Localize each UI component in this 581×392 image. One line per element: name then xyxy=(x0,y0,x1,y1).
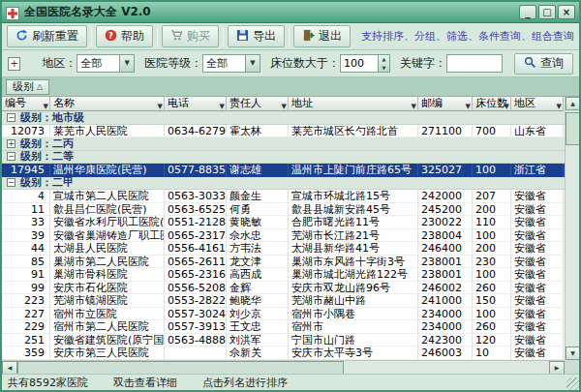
scroll-up-icon[interactable]: ▲ xyxy=(566,97,580,110)
vertical-scroll-thumb[interactable] xyxy=(566,112,580,145)
table-cell: 100 xyxy=(473,229,511,243)
table-row[interactable]: 17945温州华康医院(民营)0577-88358333 88谢志雄温州市上陡门… xyxy=(2,164,565,177)
table-cell: 100 xyxy=(473,308,511,321)
exit-button[interactable]: 退出 xyxy=(293,25,351,47)
help-button[interactable]: ? 帮助 xyxy=(96,25,153,47)
table-row[interactable]: 33安徽省水利厅职工医院(原水0551-2128575 590黄晓敏合肥市曙光路… xyxy=(2,216,565,229)
table-row[interactable]: 227宿州市立医院0557-3024107刘少京宿州市小隅巷234000100安… xyxy=(2,308,565,321)
keyword-label: 关键字： xyxy=(400,55,446,72)
beds-input[interactable] xyxy=(340,54,379,73)
promo-text: 支持排序、分组、筛选、条件查询、组合查询、导出... xyxy=(361,29,575,44)
toolbar: 刷新重置 ? 帮助 购买 导出 退出 支持排序、分组、筛选、条件查询、组合查询、… xyxy=(2,23,579,50)
column-header-7[interactable]: 地区▼ xyxy=(511,97,564,111)
scroll-down-icon[interactable]: ▼ xyxy=(566,347,580,360)
cart-icon xyxy=(170,29,183,45)
table-row[interactable]: 229宿州市第二人民医院0557-3913615王文忠宿州市234000260安… xyxy=(2,320,565,334)
resize-grip[interactable] xyxy=(566,377,579,390)
region-select[interactable]: 全部 ▼ xyxy=(76,54,135,73)
collapse-icon[interactable]: − xyxy=(7,113,15,122)
table-cell: 安庆市第三人民医院 xyxy=(50,347,165,360)
table-cell: 10 xyxy=(473,347,511,360)
beds-spinner[interactable]: ▲ ▼ xyxy=(379,54,390,73)
column-header-2[interactable]: 电话▼ xyxy=(165,97,227,111)
table-cell: 太湖县新华路41号 xyxy=(289,242,418,256)
expand-icon[interactable]: + xyxy=(7,139,15,148)
column-header-1[interactable]: 名称▼ xyxy=(50,97,165,111)
filter-icon[interactable]: ▼ xyxy=(466,100,471,111)
grid-header: 编号▼名称▼电话▼责任人▼地址▼邮编▼床位数▼地区▼ xyxy=(2,97,565,111)
table-row[interactable]: 91巢湖市骨科医院0565-2316222 60高西成巢湖市城北湖光路122号2… xyxy=(2,268,565,282)
collapse-icon[interactable]: − xyxy=(7,178,15,187)
table-cell: 谢志雄 xyxy=(227,164,289,177)
refresh-reset-button[interactable]: 刷新重置 xyxy=(7,25,87,47)
maximize-button[interactable]: □ xyxy=(538,5,556,19)
spin-down-icon[interactable]: ▼ xyxy=(379,64,389,73)
table-row[interactable]: 99安庆市石化医院0556-5208742金辉安庆市双龙山路96号2460022… xyxy=(2,282,565,295)
column-header-6[interactable]: 床位数▼ xyxy=(473,97,511,111)
keyword-input[interactable] xyxy=(446,54,503,73)
filter-icon[interactable]: ▼ xyxy=(158,100,163,111)
table-cell: 霍太林 xyxy=(227,125,289,138)
filter-icon[interactable]: ▼ xyxy=(412,100,416,111)
table-cell: 4 xyxy=(2,190,50,203)
table-cell: 260 xyxy=(473,282,511,295)
table-row[interactable]: 4宣城市第二人民医院0563-3033500颜金生宣城市环城北路15号24200… xyxy=(2,190,565,203)
minimize-button[interactable]: _ xyxy=(519,5,536,19)
filter-icon[interactable]: ▼ xyxy=(282,100,287,111)
column-header-label: 地址 xyxy=(291,97,313,109)
chevron-down-icon[interactable]: ▼ xyxy=(245,55,260,72)
vertical-scrollbar[interactable]: ▲ ▼ xyxy=(565,97,579,360)
table-cell: 238001 xyxy=(418,268,473,282)
table-cell: 0577-88358333 88 xyxy=(165,164,227,177)
group-row[interactable]: −级别：二甲 xyxy=(2,177,565,191)
help-icon: ? xyxy=(105,29,117,45)
table-cell: 0551-2128575 590 xyxy=(165,216,227,229)
table-row[interactable]: 85巢湖市第二人民医院0565-2611311 261龙文津巢湖市东风路十字街3… xyxy=(2,256,565,269)
scroll-left-icon[interactable]: ◀ xyxy=(2,361,17,375)
spin-up-icon[interactable]: ▲ xyxy=(379,55,389,64)
scroll-right-icon[interactable]: ▶ xyxy=(549,361,565,375)
titlebar[interactable]: 全国医院名录大全 V2.0 _ □ × xyxy=(2,2,579,23)
table-cell: 安徽省 xyxy=(511,216,564,229)
export-button[interactable]: 导出 xyxy=(228,25,285,47)
filter-icon[interactable]: ▼ xyxy=(557,100,562,111)
table-row[interactable]: 359安庆市第三人民医院佘新关安庆市太平寺3号24600310安徽省 xyxy=(2,347,565,360)
status-hint-detail: 双击查看详细 xyxy=(113,376,177,390)
chevron-down-icon[interactable]: ▼ xyxy=(119,55,134,72)
table-cell: 莱芜市城区长勺路北首 xyxy=(289,125,418,138)
close-button[interactable]: × xyxy=(558,5,575,19)
refresh-reset-label: 刷新重置 xyxy=(32,28,78,45)
table-row[interactable]: 251安徽省建筑医院(原宁国水泥0563-4888859 488刘洪军宁国市山门… xyxy=(2,334,565,347)
group-row[interactable]: −级别：二等 xyxy=(2,151,565,165)
horizontal-scrollbar[interactable]: ◀ ▶ xyxy=(2,360,565,374)
table-row[interactable]: 39安徽省巢湖铸造厂职工医院0565-2317032 331佘水忠芜湖市长江路2… xyxy=(2,229,565,243)
table-cell: 91 xyxy=(2,268,50,282)
table-row[interactable]: 11歙县昌仁医院(民营)0563-6525083 652何勇歙县县城新安路45号… xyxy=(2,203,565,217)
table-row[interactable]: 12073莱芜市人民医院0634-6279088霍太林莱芜市城区长勺路北首271… xyxy=(2,125,565,138)
collapse-icon[interactable]: − xyxy=(7,152,15,161)
table-row[interactable]: 44太湖县人民医院0556-4161943方韦法太湖县新华路41号2464002… xyxy=(2,242,565,256)
table-cell: 鲍晓华 xyxy=(227,294,289,308)
column-header-5[interactable]: 邮编▼ xyxy=(418,97,473,111)
table-cell: 200 xyxy=(473,242,511,256)
expand-filter-button[interactable]: + xyxy=(8,57,20,71)
column-header-label: 邮编 xyxy=(421,97,443,109)
table-cell: 39 xyxy=(2,229,50,243)
column-header-0[interactable]: 编号▼ xyxy=(2,97,50,111)
column-header-3[interactable]: 责任人▼ xyxy=(227,97,289,111)
table-cell: 佘水忠 xyxy=(227,229,289,243)
filter-icon[interactable]: ▼ xyxy=(220,100,225,111)
column-header-4[interactable]: 地址▼ xyxy=(289,97,418,111)
table-cell: 宿州市立医院 xyxy=(50,308,165,321)
level-select[interactable]: 全部 ▼ xyxy=(202,54,260,73)
horizontal-scroll-thumb[interactable] xyxy=(17,361,344,375)
filter-icon[interactable]: ▼ xyxy=(44,100,48,111)
group-row[interactable]: +级别：二丙 xyxy=(2,137,565,151)
table-row[interactable]: 223芜湖市镜湖医院0553-2822657鲍晓华芜湖市赭山中路24100015… xyxy=(2,294,565,308)
search-button[interactable]: 查询 xyxy=(514,53,573,75)
group-row[interactable]: −级别：地市级 xyxy=(2,111,565,125)
table-cell: 安庆市石化医院 xyxy=(50,282,165,295)
export-label: 导出 xyxy=(253,28,276,45)
group-chip-level[interactable]: 级别 △ xyxy=(6,79,49,95)
filter-icon[interactable]: ▼ xyxy=(505,100,509,111)
